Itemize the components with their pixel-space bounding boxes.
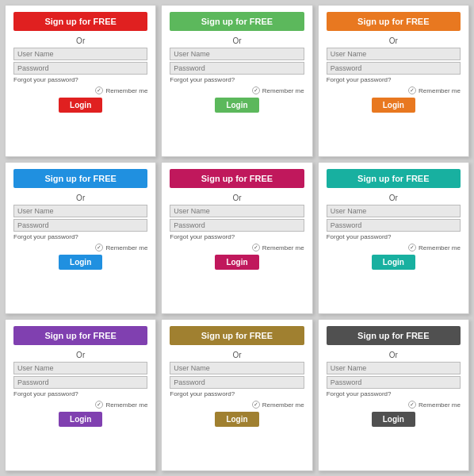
forgot-text-3[interactable]: Forgot your password?: [13, 233, 78, 240]
forgot-text-6[interactable]: Forgot your password?: [13, 390, 78, 397]
card-5: Sign up for FREE Or Forgot your password…: [318, 162, 469, 314]
card-3: Sign up for FREE Or Forgot your password…: [5, 162, 156, 314]
signup-button-7[interactable]: Sign up for FREE: [170, 326, 304, 345]
remember-icon-2: ✓: [408, 86, 416, 94]
card-4: Sign up for FREE Or Forgot your password…: [161, 162, 312, 314]
or-text-3: Or: [76, 194, 85, 202]
remember-row-3: ✓ Remember me: [95, 244, 147, 251]
remember-label-0: Remember me: [105, 87, 147, 94]
login-button-2[interactable]: Login: [372, 98, 415, 113]
remember-label-8: Remember me: [419, 401, 461, 409]
forgot-text-2[interactable]: Forgot your password?: [327, 76, 392, 83]
signup-button-8[interactable]: Sign up for FREE: [327, 326, 461, 345]
remember-row-2: ✓ Remember me: [408, 86, 461, 94]
signup-button-2[interactable]: Sign up for FREE: [327, 12, 461, 31]
or-text-2: Or: [389, 36, 398, 45]
remember-icon-4: ✓: [252, 244, 260, 251]
remember-label-6: Remember me: [105, 401, 147, 409]
or-text-1: Or: [232, 36, 241, 45]
username-input-5[interactable]: [327, 205, 461, 217]
password-input-3[interactable]: [13, 219, 147, 232]
password-input-2[interactable]: [327, 62, 461, 75]
remember-row-8: ✓ Remember me: [408, 401, 461, 409]
remember-label-5: Remember me: [419, 244, 461, 251]
remember-label-7: Remember me: [262, 401, 304, 409]
or-text-4: Or: [232, 194, 241, 202]
username-input-3[interactable]: [13, 205, 147, 217]
remember-icon-3: ✓: [95, 244, 103, 251]
forgot-text-1[interactable]: Forgot your password?: [170, 76, 235, 83]
forgot-text-4[interactable]: Forgot your password?: [170, 233, 235, 240]
card-6: Sign up for FREE Or Forgot your password…: [5, 319, 156, 471]
forgot-text-7[interactable]: Forgot your password?: [170, 390, 235, 397]
remember-icon-8: ✓: [408, 401, 416, 409]
card-8: Sign up for FREE Or Forgot your password…: [318, 319, 469, 471]
remember-row-7: ✓ Remember me: [252, 401, 304, 409]
or-text-7: Or: [232, 351, 241, 359]
remember-label-3: Remember me: [105, 244, 147, 251]
password-input-0[interactable]: [13, 62, 147, 75]
signup-button-3[interactable]: Sign up for FREE: [13, 169, 147, 188]
username-input-0[interactable]: [13, 48, 147, 60]
remember-row-5: ✓ Remember me: [408, 244, 461, 251]
remember-label-4: Remember me: [262, 244, 304, 251]
card-0: Sign up for FREE Or Forgot your password…: [5, 5, 156, 157]
password-input-6[interactable]: [13, 376, 147, 389]
or-text-6: Or: [76, 351, 85, 359]
remember-label-2: Remember me: [419, 87, 461, 94]
username-input-1[interactable]: [170, 48, 304, 60]
or-text-8: Or: [389, 351, 398, 359]
or-text-5: Or: [389, 194, 398, 202]
signup-button-0[interactable]: Sign up for FREE: [13, 12, 147, 31]
username-input-6[interactable]: [13, 362, 147, 374]
remember-icon-6: ✓: [95, 401, 103, 409]
remember-icon-7: ✓: [252, 401, 260, 409]
username-input-7[interactable]: [170, 362, 304, 374]
password-input-5[interactable]: [327, 219, 461, 232]
login-button-1[interactable]: Login: [215, 98, 258, 113]
username-input-8[interactable]: [327, 362, 461, 374]
cards-grid: Sign up for FREE Or Forgot your password…: [0, 0, 474, 476]
username-input-2[interactable]: [327, 48, 461, 60]
login-button-7[interactable]: Login: [215, 412, 258, 427]
card-1: Sign up for FREE Or Forgot your password…: [161, 5, 312, 157]
signup-button-6[interactable]: Sign up for FREE: [13, 326, 147, 345]
signup-button-5[interactable]: Sign up for FREE: [327, 169, 461, 188]
card-7: Sign up for FREE Or Forgot your password…: [161, 319, 312, 471]
remember-icon-1: ✓: [252, 86, 260, 94]
forgot-text-5[interactable]: Forgot your password?: [327, 233, 392, 240]
password-input-1[interactable]: [170, 62, 304, 75]
forgot-text-8[interactable]: Forgot your password?: [327, 390, 392, 397]
remember-row-0: ✓ Remember me: [95, 86, 147, 94]
remember-icon-5: ✓: [408, 244, 416, 251]
remember-row-6: ✓ Remember me: [95, 401, 147, 409]
login-button-3[interactable]: Login: [59, 255, 102, 270]
password-input-8[interactable]: [327, 376, 461, 389]
remember-row-1: ✓ Remember me: [252, 86, 304, 94]
login-button-8[interactable]: Login: [372, 412, 415, 427]
forgot-text-0[interactable]: Forgot your password?: [13, 76, 78, 83]
card-2: Sign up for FREE Or Forgot your password…: [318, 5, 469, 157]
login-button-0[interactable]: Login: [59, 98, 102, 113]
username-input-4[interactable]: [170, 205, 304, 217]
remember-label-1: Remember me: [262, 87, 304, 94]
remember-row-4: ✓ Remember me: [252, 244, 304, 251]
signup-button-1[interactable]: Sign up for FREE: [170, 12, 304, 31]
login-button-6[interactable]: Login: [59, 412, 102, 427]
password-input-7[interactable]: [170, 376, 304, 389]
login-button-5[interactable]: Login: [372, 255, 415, 270]
password-input-4[interactable]: [170, 219, 304, 232]
remember-icon-0: ✓: [95, 86, 103, 94]
signup-button-4[interactable]: Sign up for FREE: [170, 169, 304, 188]
or-text-0: Or: [76, 36, 85, 45]
login-button-4[interactable]: Login: [215, 255, 258, 270]
